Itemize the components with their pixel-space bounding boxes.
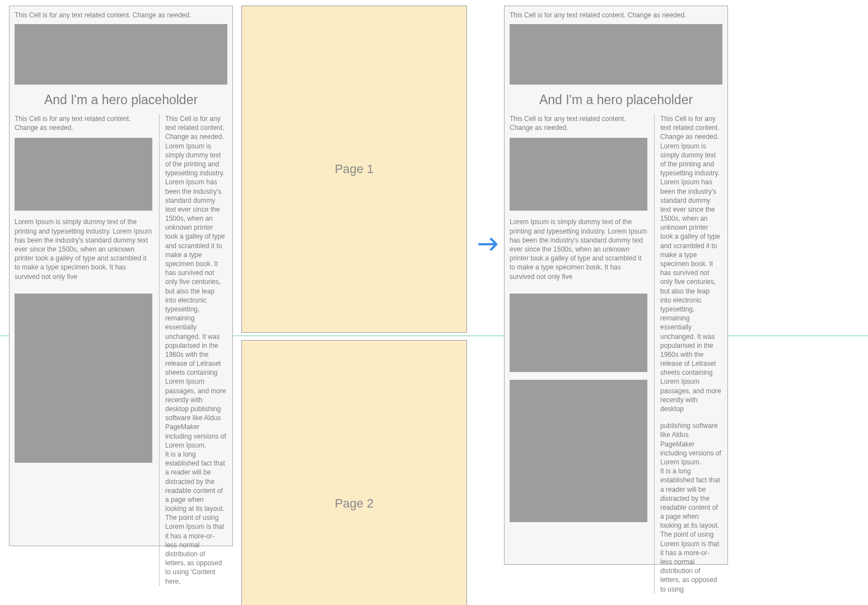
- column-left: This Cell is for any text related conten…: [510, 114, 654, 594]
- page-label: Page 1: [335, 162, 374, 176]
- layout-card-before: This Cell is for any text related conten…: [9, 6, 233, 546]
- cell-note: This Cell is for any text related conten…: [15, 114, 152, 132]
- body-text: Lorem Ipsum is simply dummy text of the …: [510, 217, 647, 281]
- big-image-bottom-placeholder: [510, 380, 647, 522]
- page-break-gap: [660, 413, 721, 421]
- body-text-long: This Cell is for any text related conten…: [165, 114, 226, 586]
- hero-title: And I'm a hero placeholder: [510, 92, 722, 108]
- big-image-placeholder: [15, 294, 152, 463]
- page-2: Page 2: [241, 340, 467, 605]
- page-break-gap: [510, 372, 647, 380]
- column-right: This Cell is for any text related conten…: [654, 114, 721, 594]
- two-column-row: This Cell is for any text related conten…: [510, 114, 722, 594]
- arrow-right-icon: [478, 236, 500, 252]
- page-stack: Page 1 Page 2: [241, 6, 467, 605]
- two-column-row: This Cell is for any text related conten…: [15, 114, 227, 586]
- top-note: This Cell is for any text related conten…: [15, 11, 227, 19]
- hero-image-placeholder: [15, 24, 227, 85]
- body-text: Lorem Ipsum is simply dummy text of the …: [15, 217, 152, 281]
- big-image-top-placeholder: [510, 294, 647, 372]
- body-text-top: This Cell is for any text related conten…: [660, 114, 721, 413]
- page-1: Page 1: [241, 6, 467, 333]
- cell-note: This Cell is for any text related conten…: [510, 114, 647, 132]
- top-note: This Cell is for any text related conten…: [510, 11, 722, 19]
- column-right: This Cell is for any text related conten…: [159, 114, 226, 586]
- layout-card-after: This Cell is for any text related conten…: [504, 6, 728, 565]
- body-text-bottom: publishing software like Aldus PageMaker…: [660, 421, 721, 594]
- hero-image-placeholder: [510, 24, 722, 85]
- hero-title: And I'm a hero placeholder: [15, 92, 227, 108]
- column-left: This Cell is for any text related conten…: [15, 114, 159, 586]
- sub-image-placeholder: [510, 138, 647, 211]
- page-label: Page 2: [335, 496, 374, 511]
- sub-image-placeholder: [15, 138, 152, 211]
